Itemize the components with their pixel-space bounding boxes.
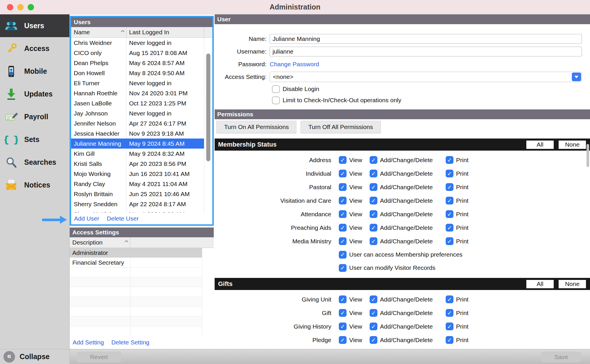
revert-button[interactable]: Revert — [77, 352, 121, 362]
user-row[interactable]: Roslyn BrittainJun 25 2021 10:46 AM — [71, 189, 204, 199]
close-button[interactable] — [7, 4, 13, 10]
checkbox-label: Print — [456, 211, 468, 218]
user-row[interactable]: CICO onlyAug 15 2017 8:08 AM — [71, 48, 204, 58]
save-button[interactable]: Save — [541, 352, 581, 362]
add-change-delete-checkbox[interactable] — [370, 156, 377, 164]
view-checkbox[interactable] — [339, 197, 347, 204]
add-change-delete-checkbox[interactable] — [370, 336, 377, 344]
sidebar-collapse-button[interactable]: Collapse — [0, 349, 70, 364]
add-setting-link[interactable]: Add Setting — [73, 339, 104, 346]
print-checkbox[interactable] — [446, 224, 453, 232]
user-row[interactable]: Randy ClayMay 4 2021 11:04 AM — [71, 179, 204, 189]
none-button[interactable]: None — [558, 140, 587, 149]
add-change-delete-checkbox[interactable] — [370, 237, 377, 245]
user-row[interactable]: Don HowellMay 8 2024 9:50 AM — [71, 68, 204, 78]
column-header-name[interactable]: Name — [71, 27, 126, 37]
add-change-delete-checkbox[interactable] — [370, 224, 377, 232]
view-checkbox[interactable] — [339, 309, 347, 317]
user-row[interactable]: Sirena McKinleyMay 1 2024 8:03 AM — [71, 209, 204, 213]
turn-off-all-permissions-button[interactable]: Turn Off All Permissions — [300, 121, 381, 133]
disable-login-checkbox[interactable] — [272, 85, 280, 93]
column-header-description[interactable]: Description — [70, 237, 130, 248]
print-checkbox[interactable] — [446, 170, 453, 177]
user-row[interactable]: Jessica HaecklerNov 9 2023 9:18 AM — [71, 128, 204, 139]
all-button[interactable]: All — [526, 140, 554, 149]
access-setting-select[interactable]: <none> — [270, 72, 582, 82]
print-checkbox[interactable] — [446, 156, 453, 164]
add-change-delete-checkbox[interactable] — [370, 309, 377, 317]
name-input[interactable] — [270, 34, 582, 44]
checkbox-label: View — [349, 211, 362, 218]
access-setting-row[interactable]: Administrator — [70, 248, 202, 258]
braces-icon: { } — [5, 133, 18, 146]
limit-cico-checkbox[interactable] — [272, 96, 280, 104]
user-row[interactable]: Jasen LaBolleOct 12 2023 1:25 PM — [71, 98, 204, 108]
sidebar-item-users[interactable]: Users — [0, 14, 69, 37]
print-checkbox[interactable] — [446, 197, 453, 204]
sidebar-item-searches[interactable]: Searches — [0, 151, 69, 174]
delete-user-link[interactable]: Delete User — [107, 215, 139, 222]
access-settings-title: Access Settings — [72, 229, 119, 236]
user-row[interactable]: Sherry SneddenApr 22 2024 8:17 AM — [71, 199, 204, 209]
print-checkbox[interactable] — [446, 295, 453, 303]
permission-row: Preaching AidsViewAdd/Change/DeletePrint — [215, 221, 590, 234]
username-input[interactable] — [270, 47, 582, 56]
view-checkbox[interactable] — [339, 170, 347, 177]
column-header-last-logged-in[interactable]: Last Logged In — [126, 27, 204, 37]
view-checkbox[interactable] — [339, 210, 347, 218]
print-checkbox[interactable] — [446, 309, 453, 317]
sidebar-item-notices[interactable]: Notices — [0, 174, 69, 196]
user-row[interactable]: Hannah RoethleNov 24 2020 3:01 PM — [71, 88, 204, 98]
user-row[interactable]: Kristi SallsApr 20 2023 8:56 PM — [71, 159, 204, 169]
view-checkbox[interactable] — [339, 336, 347, 344]
view-checkbox[interactable] — [339, 295, 347, 303]
user-panel-scrollbar-thumb[interactable] — [587, 144, 589, 167]
user-row[interactable]: Eli TurnerNever logged in — [71, 78, 204, 88]
add-change-delete-checkbox[interactable] — [370, 183, 377, 191]
user-last-login-cell: Nov 24 2020 3:01 PM — [126, 88, 204, 98]
zoom-button[interactable] — [28, 4, 34, 10]
minimize-button[interactable] — [17, 4, 24, 10]
turn-on-all-permissions-button[interactable]: Turn On All Permissions — [216, 121, 296, 133]
print-checkbox[interactable] — [446, 323, 453, 330]
collapse-chevrons-icon — [3, 351, 15, 363]
view-checkbox[interactable] — [339, 183, 347, 191]
delete-setting-link[interactable]: Delete Setting — [111, 339, 150, 346]
sidebar-item-payroll[interactable]: Payroll — [0, 105, 69, 128]
add-change-delete-checkbox[interactable] — [370, 323, 377, 330]
extra-permission-checkbox[interactable] — [339, 264, 347, 272]
add-change-delete-checkbox[interactable] — [370, 197, 377, 204]
extra-permission-checkbox[interactable] — [339, 251, 347, 259]
user-row[interactable]: Mojo WorkingJun 16 2023 10:41 AM — [71, 169, 204, 179]
view-checkbox[interactable] — [339, 224, 347, 232]
permissions-title: Permissions — [217, 111, 253, 118]
user-row[interactable]: Jennifer NelsonApr 27 2024 6:17 PM — [71, 118, 204, 128]
users-scrollbar-thumb[interactable] — [206, 54, 210, 161]
user-row[interactable]: Kim GillMay 9 2024 8:32 AM — [71, 149, 204, 159]
add-change-delete-checkbox[interactable] — [370, 295, 377, 303]
change-password-link[interactable]: Change Password — [270, 61, 319, 68]
user-row[interactable]: Chris WeidnerNever logged in — [71, 38, 204, 48]
name-label: Name: — [215, 35, 266, 42]
view-checkbox[interactable] — [339, 156, 347, 164]
view-checkbox[interactable] — [339, 323, 347, 330]
sidebar-item-updates[interactable]: Updates — [0, 83, 69, 105]
print-checkbox[interactable] — [446, 237, 453, 245]
user-row[interactable]: Julianne ManningMay 9 2024 8:45 AM — [71, 139, 204, 149]
sidebar-item-mobile[interactable]: Mobile — [0, 60, 69, 83]
user-row[interactable]: Dean PhelpsMay 6 2024 8:57 AM — [71, 58, 204, 68]
add-user-link[interactable]: Add User — [74, 215, 99, 222]
view-checkbox[interactable] — [339, 237, 347, 245]
sidebar-item-access[interactable]: Access — [0, 37, 69, 60]
add-change-delete-checkbox[interactable] — [370, 210, 377, 218]
print-checkbox[interactable] — [446, 336, 453, 344]
user-row[interactable]: Jay JohnsonNever logged in — [71, 108, 204, 118]
print-checkbox[interactable] — [446, 183, 453, 191]
sidebar-item-sets[interactable]: { }Sets — [0, 128, 69, 151]
add-change-delete-checkbox[interactable] — [370, 170, 377, 177]
sidebar-item-label: Notices — [24, 181, 50, 189]
access-setting-row[interactable]: Financial Secretary — [70, 258, 202, 268]
all-button[interactable]: All — [526, 279, 554, 289]
print-checkbox[interactable] — [446, 210, 453, 218]
none-button[interactable]: None — [558, 279, 587, 289]
